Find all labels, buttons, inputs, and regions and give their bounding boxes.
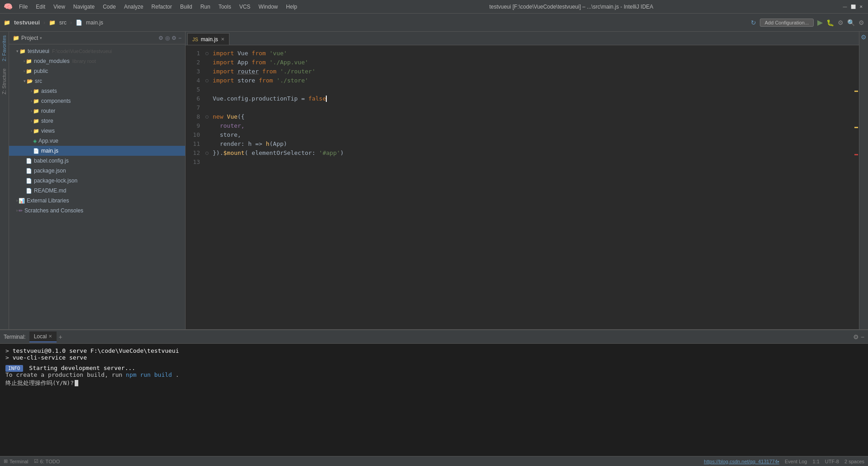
run-button[interactable]: ▶ <box>817 18 823 27</box>
fold-icon-12[interactable]: ○ <box>205 149 212 158</box>
menu-window[interactable]: Window <box>255 3 281 11</box>
menu-vcs[interactable]: VCS <box>236 3 254 11</box>
fold-icon-4[interactable]: ○ <box>205 76 212 85</box>
tree-item-store[interactable]: › 📁 store <box>9 116 185 126</box>
menu-code[interactable]: Code <box>99 3 119 11</box>
code-content[interactable]: ○ import Vue from 'vue' ○ import App fro… <box>204 45 854 329</box>
js-file-icon: 📄 <box>33 148 39 154</box>
menu-run[interactable]: Run <box>197 3 214 11</box>
code-line-12: ○ }). $mount ( elementOrSelector: '#app'… <box>205 149 850 158</box>
line-num-11: 11 <box>186 139 200 149</box>
line-num-9: 9 <box>186 121 200 130</box>
sidebar-tab-structure[interactable]: Z: Structure <box>0 65 9 98</box>
add-config-button[interactable]: Add Configuration... <box>760 19 814 27</box>
fold-icon-8[interactable]: ○ <box>205 112 212 121</box>
todo-status[interactable]: ☑ 6: TODO <box>34 458 60 464</box>
tree-item-components[interactable]: › 📁 components <box>9 96 185 106</box>
terminal-minimize-icon[interactable]: − <box>861 333 864 341</box>
minimize-button[interactable]: — <box>842 4 848 10</box>
chevron-right-icon: › <box>24 59 25 63</box>
menu-navigate[interactable]: Navigate <box>70 3 98 11</box>
chevron-down-icon[interactable]: ▾ <box>40 36 42 40</box>
menu-refactor[interactable]: Refactor <box>148 3 176 11</box>
bc-sep-2: › <box>70 19 72 26</box>
project-panel: 📁 Project ▾ ⚙ ◎ ⚙ − ▾ 📁 testvueui F:\co <box>9 32 186 329</box>
folder-icon-pub: 📁 <box>26 68 32 74</box>
tree-item-package-lock[interactable]: › 📄 package-lock.json <box>9 176 185 186</box>
tree-item-app-vue[interactable]: › ◈ App.vue <box>9 136 185 146</box>
code-editor[interactable]: 1 2 3 4 5 6 7 8 9 10 11 12 13 <box>186 45 859 329</box>
editor-area: JS main.js ✕ 1 2 3 4 5 6 7 8 9 10 11 <box>186 32 859 329</box>
line-num-8: 8 <box>186 112 200 121</box>
fold-icon-1[interactable]: ○ <box>205 49 212 58</box>
status-right: https://blog.csdn.net/qq_4131774▪ Event … <box>704 459 864 464</box>
terminal-content[interactable]: > testvueui@0.1.0 serve F:\code\VueCode\… <box>0 344 868 456</box>
file-tree: ▾ 📁 testvueui F:\code\VueCode\testvueui … <box>9 44 185 329</box>
terminal-status-label: Terminal <box>10 459 29 464</box>
tree-item-assets[interactable]: › 📁 assets <box>9 86 185 96</box>
readme-label: README.md <box>34 187 66 194</box>
terminal-label: Terminal: <box>4 334 26 340</box>
tree-item-views[interactable]: › 📁 views <box>9 126 185 136</box>
code-line-6: ○ Vue.config.productionTip = false <box>205 94 850 103</box>
term-cmd-1: testvueui@0.1.0 serve F:\code\VueCode\te… <box>13 347 179 354</box>
project-header: 📁 Project ▾ ⚙ ◎ ⚙ − <box>9 32 185 44</box>
sync-icon[interactable]: ↻ <box>751 19 756 26</box>
terminal-add-button[interactable]: + <box>58 333 62 341</box>
menu-file[interactable]: File <box>15 3 31 11</box>
search-everywhere[interactable]: 🔍 <box>847 19 855 26</box>
menu-analyze[interactable]: Analyze <box>120 3 147 11</box>
right-icon-1[interactable]: ⚙ <box>860 34 868 41</box>
editor-tabs: JS main.js ✕ <box>186 32 859 45</box>
menu-help[interactable]: Help <box>282 3 301 11</box>
tree-label: testvueui <box>28 48 49 54</box>
tree-item-public[interactable]: › 📁 public <box>9 66 185 76</box>
status-indent[interactable]: 2 spaces <box>844 459 864 464</box>
sidebar-tab-favorites[interactable]: 2: Favorites <box>0 32 9 65</box>
status-url[interactable]: https://blog.csdn.net/qq_4131774▪ <box>704 459 779 464</box>
status-encoding[interactable]: UTF-8 <box>825 459 839 464</box>
term-line-2: > vue-cli-service serve <box>5 354 863 361</box>
breadcrumb-src[interactable]: src <box>59 19 67 26</box>
minimize-panel-icon[interactable]: − <box>178 35 181 41</box>
tab-main-js[interactable]: JS main.js ✕ <box>187 33 229 45</box>
maximize-button[interactable]: ⬜ <box>850 4 856 10</box>
cog-wheel-icon[interactable]: ⚙ <box>158 35 163 41</box>
tree-item-readme[interactable]: › 📄 README.md <box>9 186 185 196</box>
scratches-icon: ✏ <box>19 208 23 214</box>
src-label: src <box>35 78 42 84</box>
terminal-status[interactable]: ⊞ Terminal <box>4 458 29 464</box>
tree-item-src[interactable]: ▾ 📂 src <box>9 76 185 86</box>
scope-icon[interactable]: ◎ <box>165 35 170 41</box>
menu-build[interactable]: Build <box>176 3 196 11</box>
tree-item-babel[interactable]: › 📄 babel.config.js <box>9 156 185 166</box>
menu-view[interactable]: View <box>50 3 69 11</box>
close-button[interactable]: ✕ <box>858 4 864 10</box>
terminal-settings-icon[interactable]: ⚙ <box>853 333 859 341</box>
tab-close-button[interactable]: ✕ <box>221 37 224 42</box>
terminal-tab-local[interactable]: Local ✕ <box>29 331 57 342</box>
settings-button[interactable]: ⚙ <box>858 19 864 26</box>
str-app-selector: '#app' <box>319 149 340 158</box>
window-title: testvueui [F:\code\VueCode\testvueui] – … <box>489 4 653 10</box>
breadcrumb-file[interactable]: main.js <box>86 19 103 26</box>
run-config-button[interactable]: ⚙ <box>838 19 844 26</box>
tree-item-package[interactable]: › 📄 package.json <box>9 166 185 176</box>
gear-icon[interactable]: ⚙ <box>172 35 176 41</box>
menu-tools[interactable]: Tools <box>215 3 235 11</box>
event-log[interactable]: Event Log <box>785 459 807 464</box>
tree-item-router[interactable]: › 📁 router <box>9 106 185 116</box>
tree-item-testvueui[interactable]: ▾ 📁 testvueui F:\code\VueCode\testvueui <box>9 46 185 56</box>
code-line-9: ○ router, <box>205 121 850 130</box>
tree-item-node-modules[interactable]: › 📁 node_modules library root <box>9 56 185 66</box>
menu-edit[interactable]: Edit <box>32 3 49 11</box>
folder-comp-icon: 📁 <box>33 98 39 104</box>
tree-item-ext-libs[interactable]: › 📊 External Libraries <box>9 196 185 206</box>
tree-item-scratches[interactable]: › ✏ Scratches and Consoles <box>9 206 185 216</box>
md-file-icon: 📄 <box>26 188 32 194</box>
debug-button[interactable]: 🐛 <box>826 19 834 26</box>
json-lock-icon: 📄 <box>26 178 32 184</box>
tree-item-main-js[interactable]: › 📄 main.js <box>9 146 185 156</box>
term-tab-close-icon[interactable]: ✕ <box>48 334 52 339</box>
info-badge: INFO <box>5 365 23 372</box>
